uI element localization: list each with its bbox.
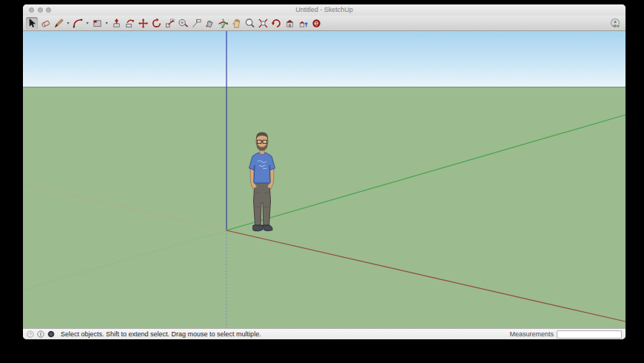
eraser-tool-button[interactable] — [39, 17, 51, 30]
figure-pants — [254, 182, 271, 225]
move-icon — [138, 18, 149, 29]
rotate-tool-button[interactable] — [150, 17, 162, 30]
zoom-extents-tool-button[interactable] — [257, 17, 269, 30]
sign-in-button[interactable] — [609, 17, 621, 30]
window-title: Untitled - SketchUp — [23, 4, 625, 16]
measurements-label: Measurements — [509, 330, 554, 338]
measurements-input[interactable] — [557, 330, 622, 339]
traffic-lights — [29, 7, 51, 13]
zoom-window-button[interactable] — [46, 7, 51, 13]
green-axis-solid — [227, 115, 625, 230]
zoom-tool-button[interactable] — [244, 17, 255, 30]
share-model-icon — [298, 18, 309, 29]
pan-hand-icon — [231, 18, 242, 29]
shapes-dropdown-caret[interactable]: ▾ — [104, 17, 109, 30]
sketchup-window: Untitled - SketchUp ▾ ▾ ▾ — [23, 4, 625, 339]
drawing-axes — [23, 31, 625, 328]
select-cursor-icon — [27, 18, 38, 29]
help-icon[interactable]: ? — [27, 330, 34, 338]
follow-me-icon — [124, 18, 135, 29]
instructor-icon[interactable] — [37, 330, 44, 338]
get-models-button[interactable] — [284, 17, 295, 30]
line-dropdown-caret[interactable]: ▾ — [66, 17, 70, 30]
tape-measure-icon — [178, 18, 189, 29]
status-bar: ? Select objects. Shift to extend select… — [23, 328, 625, 339]
select-tool-button[interactable] — [26, 17, 38, 30]
move-tool-button[interactable] — [137, 17, 149, 30]
line-tool-button[interactable] — [53, 17, 64, 30]
model-viewport[interactable] — [23, 31, 625, 328]
previous-view-button[interactable] — [270, 17, 282, 30]
push-pull-tool-button[interactable] — [110, 17, 122, 30]
red-axis-dashed — [23, 184, 227, 230]
follow-me-tool-button[interactable] — [124, 17, 135, 30]
text-tool-button[interactable] — [190, 17, 202, 30]
scale-tool-button[interactable] — [164, 17, 175, 30]
arc-icon — [73, 18, 84, 29]
orbit-icon — [218, 18, 229, 29]
toolbar: ▾ ▾ ▾ — [23, 16, 625, 31]
red-axis-solid — [227, 230, 625, 322]
push-pull-icon — [111, 18, 122, 29]
geolocation-icon[interactable] — [47, 330, 55, 338]
svg-text:?: ? — [29, 331, 32, 336]
close-button[interactable] — [29, 7, 34, 13]
rotate-icon — [151, 18, 162, 29]
arc-dropdown-caret[interactable]: ▾ — [85, 17, 90, 30]
text-leader-icon — [191, 18, 202, 29]
paint-bucket-tool-button[interactable] — [204, 17, 215, 30]
magnifier-icon — [244, 18, 255, 29]
scale-figure-person[interactable] — [240, 130, 284, 233]
share-model-button[interactable] — [297, 17, 309, 30]
warehouse-icon — [284, 18, 295, 29]
zoom-extents-icon — [258, 18, 269, 29]
extension-warehouse-button[interactable] — [310, 17, 322, 30]
figure-left-shoe — [252, 225, 263, 231]
figure-right-shoe — [264, 225, 273, 231]
status-hint-text: Select objects. Shift to extend select. … — [61, 330, 261, 338]
sign-in-user-icon — [610, 18, 621, 29]
green-axis-dashed — [23, 230, 227, 290]
arc-tool-button[interactable] — [72, 17, 84, 30]
paint-bucket-icon — [204, 18, 215, 29]
scale-icon — [164, 18, 175, 29]
figure-glasses-right — [263, 140, 267, 143]
eraser-icon — [40, 18, 51, 29]
figure-glasses-left — [257, 140, 261, 143]
pan-tool-button[interactable] — [230, 17, 242, 30]
pencil-icon — [53, 18, 64, 29]
previous-view-icon — [271, 18, 282, 29]
title-bar[interactable]: Untitled - SketchUp — [23, 4, 625, 16]
minimize-button[interactable] — [38, 7, 43, 13]
rectangle-icon — [92, 18, 103, 29]
shapes-tool-button[interactable] — [91, 17, 103, 30]
orbit-tool-button[interactable] — [217, 17, 229, 30]
extension-warehouse-icon — [311, 18, 322, 29]
tape-measure-tool-button[interactable] — [177, 17, 189, 30]
